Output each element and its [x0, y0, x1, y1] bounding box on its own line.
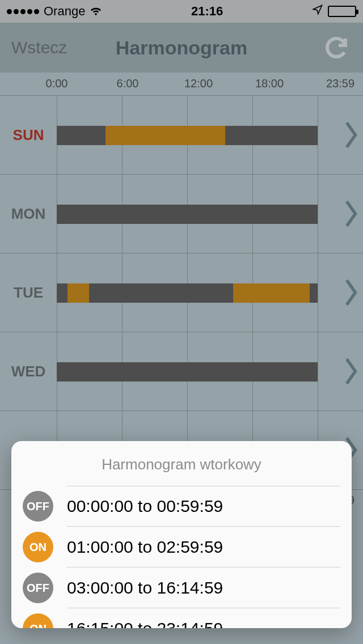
tick-18: 18:00 [255, 77, 284, 90]
day-label: TUE [0, 253, 57, 332]
day-chart [57, 332, 318, 410]
status-bar: Orange 21:16 [0, 0, 363, 23]
sheet-item[interactable]: OFF03:00:00 to 16:14:59 [11, 567, 352, 608]
location-icon [312, 4, 323, 19]
time-range: 01:00:00 to 02:59:59 [67, 527, 340, 567]
day-row[interactable]: TUE [0, 253, 363, 332]
wifi-icon [90, 3, 102, 19]
sheet-item[interactable]: ON01:00:00 to 02:59:59 [11, 527, 352, 567]
schedule-bar [57, 126, 318, 145]
status-right [312, 4, 356, 19]
day-row[interactable]: MON [0, 174, 363, 253]
off-badge: OFF [23, 573, 53, 603]
sheet-list: OFF00:00:00 to 00:59:59ON01:00:00 to 02:… [11, 486, 352, 628]
chevron-right-icon[interactable] [340, 253, 363, 332]
schedule-bar [57, 205, 318, 224]
tick-6: 6:00 [117, 77, 139, 90]
day-chart [57, 175, 318, 253]
status-left: Orange [7, 3, 102, 19]
schedule-segment-on [105, 126, 225, 145]
refresh-button[interactable] [321, 32, 352, 63]
tick-24: 23:59 [326, 77, 354, 90]
day-label: SUN [0, 96, 57, 174]
sheet-title: Harmonogram wtorkowy [11, 441, 352, 486]
day-row[interactable]: WED [0, 332, 363, 411]
day-chart [57, 253, 318, 332]
on-badge: ON [23, 532, 53, 562]
schedule-segment-on [233, 283, 309, 303]
signal-icon [7, 9, 39, 14]
tick-12: 12:00 [184, 77, 213, 90]
nav-bar: Wstecz Harmonogram [0, 23, 363, 73]
schedule-bar [57, 283, 318, 303]
sheet-item[interactable]: ON16:15:00 to 23:14:59 [11, 608, 352, 628]
chevron-right-icon[interactable] [340, 332, 363, 410]
battery-icon [328, 6, 356, 17]
chevron-right-icon[interactable] [340, 96, 363, 174]
carrier-label: Orange [44, 4, 85, 19]
time-ruler-top: 0:00 6:00 12:00 18:00 23:59 [57, 73, 340, 95]
refresh-icon [323, 34, 350, 61]
sheet-item[interactable]: OFF00:00:00 to 00:59:59 [11, 486, 352, 527]
day-row[interactable]: SUN [0, 95, 363, 175]
time-range: 16:15:00 to 23:14:59 [67, 608, 340, 628]
schedule-bar [57, 362, 318, 382]
day-label: MON [0, 175, 57, 253]
day-chart [57, 96, 318, 174]
day-list: SUNMONTUEWEDTHU [0, 95, 363, 490]
off-badge: OFF [23, 491, 53, 522]
action-sheet: Harmonogram wtorkowy OFF00:00:00 to 00:5… [11, 441, 352, 628]
chevron-right-icon[interactable] [340, 175, 363, 253]
on-badge: ON [23, 613, 53, 628]
back-button[interactable]: Wstecz [11, 38, 67, 57]
schedule-segment-on [67, 283, 89, 303]
time-range: 03:00:00 to 16:14:59 [67, 567, 340, 608]
clock: 21:16 [191, 4, 223, 19]
tick-0: 0:00 [46, 77, 68, 90]
time-range: 00:00:00 to 00:59:59 [67, 486, 340, 527]
day-label: WED [0, 332, 57, 410]
